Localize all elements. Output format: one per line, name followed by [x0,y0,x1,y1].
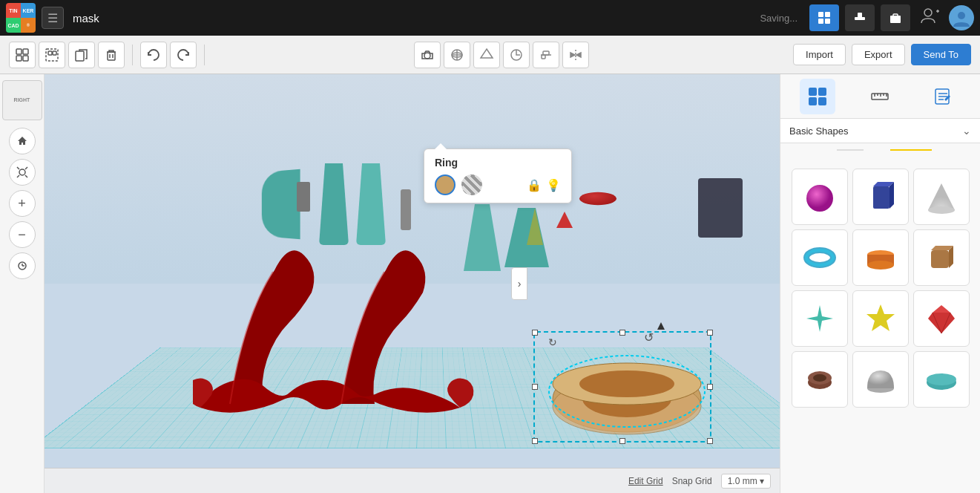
lock-icon[interactable]: 🔒 [527,178,542,192]
handle-ml[interactable] [532,384,538,390]
shape-cone[interactable] [913,169,970,225]
svg-marker-69 [889,182,894,209]
zoom-in-button[interactable]: + [9,190,36,217]
svg-point-76 [867,261,894,270]
align-button[interactable] [533,42,559,68]
export-button[interactable]: Export [852,44,905,65]
handle-tm[interactable] [619,330,625,336]
home-view-button[interactable] [9,128,36,154]
svg-point-35 [19,169,25,175]
shapes-grid [780,143,980,493]
shape-dome[interactable] [852,351,909,408]
rotate-handle[interactable]: ↺ [644,330,654,345]
color-swatch-stripe[interactable] [461,174,482,195]
shapes-row-2 [786,229,974,286]
circle-button[interactable] [503,42,530,68]
svg-rect-3 [825,19,830,24]
grid-view-button[interactable] [809,4,839,31]
shape-star4[interactable] [792,290,848,347]
redo-button[interactable] [170,42,197,68]
popup-icons: 🔒 💡 [527,178,561,192]
svg-point-90 [927,373,956,385]
view-cube[interactable]: RIGHT [2,80,42,120]
notes-panel-button[interactable] [925,79,961,114]
color-swatch-tan[interactable] [435,174,456,195]
snap-grid-value[interactable]: 1.0 mm ▾ [721,474,771,489]
shape-cube-rounded[interactable] [913,229,970,286]
rotate-handle-2[interactable]: ↻ [548,336,557,348]
partial-shape-2 [883,149,939,164]
shape-library-header[interactable]: Basic Shapes ⌄ [780,119,980,143]
mirror-button[interactable] [562,42,589,68]
delete-button[interactable] [98,42,125,68]
light-icon[interactable]: 💡 [546,178,561,192]
svg-rect-64 [837,149,864,151]
handle-bl[interactable] [532,438,538,444]
toolbar: Import Export Send To [0,36,980,74]
ungroup-button[interactable] [39,42,65,68]
add-user-button[interactable] [919,5,940,30]
doc-list-icon[interactable]: ☰ [42,7,64,29]
svg-rect-14 [23,49,28,54]
logo-tl: TIN [6,3,21,18]
red-bowl-shape [579,192,616,206]
handle-tl[interactable] [532,330,538,336]
perspective-button[interactable] [444,42,470,68]
left-panel: RIGHT + − [0,74,45,493]
svg-rect-53 [818,97,826,105]
ruler-panel-button[interactable] [862,79,898,114]
camera-button[interactable] [414,42,441,68]
saving-status: Saving... [760,13,798,24]
handle-tr[interactable] [707,330,713,336]
shapes-row-0 [786,149,974,164]
svg-rect-77 [931,250,949,268]
svg-marker-81 [928,313,955,333]
collapse-panel-button[interactable]: › [511,267,527,300]
svg-rect-21 [108,52,115,60]
shapes-row-1 [786,169,974,225]
shape-library-arrow[interactable]: ⌄ [962,125,971,137]
edit-grid-button[interactable]: Edit Grid [628,476,663,486]
shape-button[interactable] [473,42,500,68]
shape-gem[interactable] [913,290,970,347]
svg-rect-19 [53,51,56,55]
svg-marker-80 [866,304,895,331]
shape-ring[interactable] [792,351,848,408]
shape-lens[interactable] [913,351,970,408]
shape-star5[interactable] [852,290,909,347]
undo-button[interactable] [140,42,167,68]
svg-rect-52 [809,97,817,105]
shape-sphere[interactable] [792,169,848,225]
shape-popup: Ring 🔒 💡 [424,148,572,203]
svg-marker-29 [481,49,493,58]
duplicate-button[interactable] [68,42,95,68]
grid-panel-button[interactable] [800,79,835,114]
shape-cylinder-low[interactable] [852,229,909,286]
shape-torus[interactable] [792,229,848,286]
ring-shape[interactable] [545,343,708,440]
measure-button[interactable] [9,252,36,279]
import-button[interactable]: Import [793,44,846,65]
zoom-out-button[interactable]: − [9,221,36,248]
svg-rect-50 [809,88,817,96]
status-bar: Edit Grid Snap Grid 1.0 mm ▾ [45,468,780,493]
svg-rect-33 [542,55,545,59]
zoom-fit-button[interactable] [9,159,36,186]
shape-box[interactable] [852,169,909,225]
toolbar-separator-1 [132,45,133,65]
user-avatar[interactable] [949,5,974,30]
red-mustache-shape[interactable] [193,196,534,419]
send-to-button[interactable]: Send To [911,44,971,65]
svg-line-36 [17,167,19,169]
svg-rect-15 [16,56,22,61]
hammer-view-button[interactable] [845,4,875,31]
logo-tr: KER [21,3,36,18]
height-handle[interactable] [657,322,665,330]
shapes-row-3 [786,290,974,347]
main-layout: RIGHT + − [0,74,980,493]
logo[interactable]: TIN KER CAD ® [6,3,36,33]
briefcase-button[interactable] [881,4,910,31]
group-button[interactable] [9,42,36,68]
right-panel-top [780,74,980,119]
canvas-area[interactable]: ↺ ↻ Ring 🔒 💡 Edit Grid Snap G [45,74,780,493]
